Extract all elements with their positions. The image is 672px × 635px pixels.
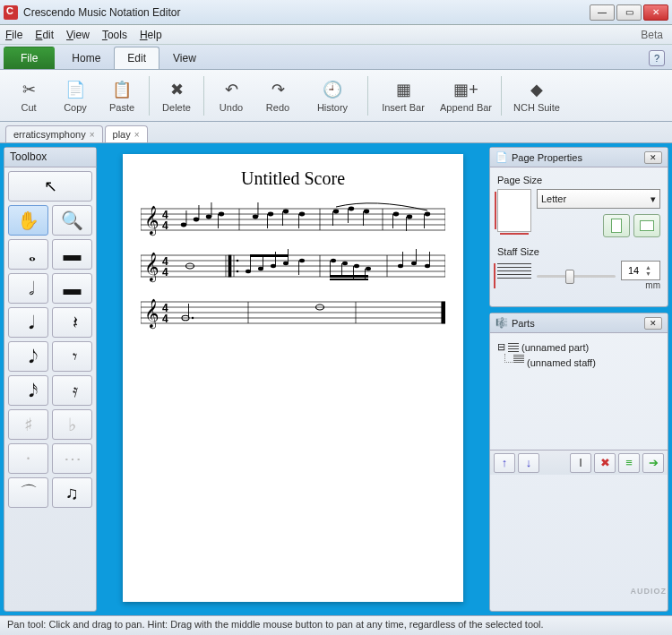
insert-bar-icon: ▦ <box>392 79 414 100</box>
tool-4-1[interactable]: 𝄾 <box>52 341 92 372</box>
nch-suite-icon: ◆ <box>526 79 547 100</box>
tool-2-1[interactable]: ▬ <box>52 273 92 304</box>
svg-point-76 <box>366 267 371 270</box>
svg-point-57 <box>237 260 239 262</box>
score-title: Untitled Score <box>141 168 445 189</box>
menubar: File Edit View Tools Help Beta <box>0 25 672 45</box>
parts-btn-4[interactable]: ≡ <box>618 453 640 473</box>
parts-btn-2[interactable]: I <box>570 453 591 473</box>
tool-1-1[interactable]: ▬ <box>52 239 92 270</box>
parts-tree[interactable]: ⊟(unnamed part)(unnamed staff) <box>490 333 668 450</box>
parts-btn-1[interactable]: ↓ <box>518 453 539 473</box>
tool-4-0[interactable]: 𝅘𝅥𝅮 <box>8 341 48 372</box>
toolbar-redo[interactable]: ↷Redo <box>254 73 301 119</box>
tool-6-0[interactable]: ♯ <box>8 409 48 440</box>
toolbar-copy[interactable]: 📄Copy <box>52 73 99 119</box>
toolbar-paste[interactable]: 📋Paste <box>99 73 145 119</box>
toolbar-undo[interactable]: ↶Undo <box>208 73 254 119</box>
svg-point-72 <box>342 262 348 265</box>
svg-rect-81 <box>402 252 403 266</box>
tool-7-0[interactable]: · <box>8 443 48 474</box>
staff-size-label: Staff Size <box>497 246 660 257</box>
parts-header: 🎼 Parts ✕ <box>490 313 668 333</box>
tool-8-0[interactable]: ⌒ <box>8 477 48 508</box>
svg-text:𝄞: 𝄞 <box>144 298 159 330</box>
menu-tools[interactable]: Tools <box>102 29 127 41</box>
close-icon[interactable]: × <box>134 130 140 140</box>
toolbox-panel: Toolbox ↖✋🔍𝅝▬𝅗𝅥▬𝅘𝅥𝄽𝅘𝅥𝅮𝄾𝅘𝅥𝅯𝄿♯♭·⋯⌒♫ <box>4 147 97 612</box>
parts-toolbar: ↑↓I✖≡➔ <box>490 450 668 475</box>
staff-size-slider[interactable] <box>537 268 616 284</box>
svg-text:𝄞: 𝄞 <box>144 252 159 283</box>
tool-7-1[interactable]: ⋯ <box>52 443 92 474</box>
parts-btn-0[interactable]: ↑ <box>494 453 515 473</box>
menu-help[interactable]: Help <box>140 29 162 41</box>
svg-rect-18 <box>211 202 212 217</box>
svg-point-27 <box>299 212 305 217</box>
tool-5-0[interactable]: 𝅘𝅥𝅯 <box>8 375 48 406</box>
tool-3-1[interactable]: 𝄽 <box>52 307 92 338</box>
staff-1[interactable]: 𝄞 4 4 <box>141 200 445 239</box>
parts-close[interactable]: ✕ <box>644 317 662 330</box>
ribbon-help-button[interactable]: ? <box>649 50 665 66</box>
toolbox-body: ↖✋🔍𝅝▬𝅗𝅥▬𝅘𝅥𝄽𝅘𝅥𝅮𝄾𝅘𝅥𝅯𝄿♯♭·⋯⌒♫ <box>4 167 96 611</box>
toolbar-history[interactable]: 🕘History <box>301 73 364 119</box>
svg-rect-36 <box>392 214 393 228</box>
tool-2-0[interactable]: 𝅗𝅥 <box>8 273 48 304</box>
tree-item[interactable]: (unnamed staff) <box>497 354 660 372</box>
page-properties-header: 📄 Page Properties ✕ <box>490 148 668 167</box>
ribbon-tab-file[interactable]: File <box>4 47 55 69</box>
tool-3-0[interactable]: 𝅘𝅥 <box>8 307 48 338</box>
tool-1-0[interactable]: 𝅝 <box>8 239 48 270</box>
parts-btn-5[interactable]: ➔ <box>642 453 664 473</box>
tool-pointer[interactable]: ↖ <box>8 171 92 202</box>
menu-view[interactable]: View <box>66 29 90 41</box>
tool-6-1[interactable]: ♭ <box>52 409 92 440</box>
score-page[interactable]: Untitled Score 𝄞 4 4 <box>123 154 463 602</box>
svg-rect-20 <box>218 214 219 228</box>
toolbar: ✂Cut📄Copy📋Paste✖Delete↶Undo↷Redo🕘History… <box>0 70 672 122</box>
menu-file[interactable]: File <box>5 29 22 41</box>
svg-point-19 <box>219 212 224 217</box>
tool-8-1[interactable]: ♫ <box>52 477 92 508</box>
close-button[interactable]: ✕ <box>643 4 668 21</box>
paste-icon: 📋 <box>111 79 133 100</box>
staff-size-input[interactable]: ▲▼ <box>621 261 660 280</box>
svg-point-17 <box>206 215 211 219</box>
ribbon-tab-edit[interactable]: Edit <box>114 47 159 69</box>
tool-5-1[interactable]: 𝄿 <box>52 375 92 406</box>
svg-rect-71 <box>330 261 331 275</box>
tree-item[interactable]: ⊟(unnamed part) <box>497 340 660 354</box>
staff-3[interactable]: 𝄞 4 4 <box>141 293 445 332</box>
doc-tab-erraticsymphony[interactable]: erraticsymphony× <box>5 125 103 142</box>
toolbar-insert-bar[interactable]: ▦Insert Bar <box>372 73 435 119</box>
orientation-landscape[interactable] <box>633 214 660 237</box>
svg-point-70 <box>331 259 336 262</box>
svg-rect-85 <box>429 252 430 266</box>
toolbar-append-bar[interactable]: ▦+Append Bar <box>435 73 497 119</box>
tool-0-1[interactable]: 🔍 <box>52 205 92 236</box>
staff-2[interactable]: 𝄞 4 4 <box>141 246 445 286</box>
svg-rect-26 <box>282 211 283 226</box>
parts-btn-3[interactable]: ✖ <box>594 453 616 473</box>
right-column: 📄 Page Properties ✕ Page Size Letter▾ <box>489 147 668 612</box>
page-properties-close[interactable]: ✕ <box>644 151 662 164</box>
minimize-button[interactable]: — <box>590 4 615 21</box>
toolbar-nch-suite[interactable]: ◆NCH Suite <box>505 73 568 119</box>
svg-point-35 <box>393 212 399 217</box>
page-size-select[interactable]: Letter▾ <box>537 189 660 209</box>
tool-0-0[interactable]: ✋ <box>8 205 48 236</box>
doc-tab-play[interactable]: play× <box>105 125 148 142</box>
svg-text:4: 4 <box>162 266 168 279</box>
close-icon[interactable]: × <box>90 130 95 140</box>
ribbon-tab-view[interactable]: View <box>159 47 210 69</box>
svg-point-101 <box>192 317 194 319</box>
staff-icon <box>513 355 524 364</box>
orientation-portrait[interactable] <box>603 214 630 237</box>
canvas[interactable]: Untitled Score 𝄞 4 4 <box>100 147 486 612</box>
toolbar-cut[interactable]: ✂Cut <box>5 73 52 119</box>
maximize-button[interactable]: ▭ <box>616 4 642 21</box>
ribbon-tab-home[interactable]: Home <box>58 47 114 69</box>
menu-edit[interactable]: Edit <box>35 29 54 41</box>
toolbar-delete[interactable]: ✖Delete <box>153 73 200 119</box>
